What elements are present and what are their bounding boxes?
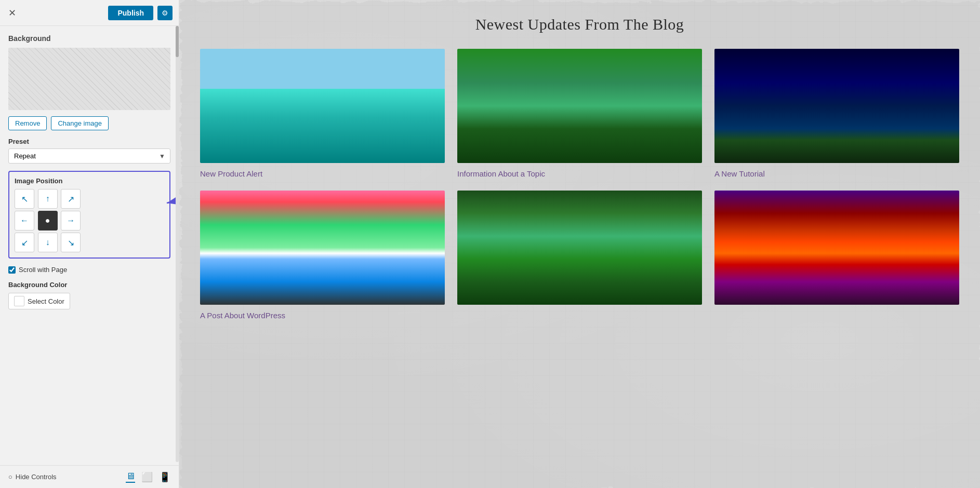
blog-card-6 [714, 191, 959, 320]
blog-link-4[interactable]: A Post About WordPress [200, 311, 445, 320]
hide-controls-button[interactable]: ○ Hide Controls [8, 473, 57, 481]
pos-top-left[interactable]: ↖ [15, 189, 34, 209]
change-image-button[interactable]: Change image [51, 116, 109, 130]
top-bar: ✕ Publish ⚙ [0, 0, 179, 26]
publish-button[interactable]: Publish [108, 6, 153, 20]
pos-middle-left[interactable]: ← [15, 211, 34, 231]
preset-label: Preset [8, 138, 170, 145]
blog-title: Newest Updates From The Blog [200, 16, 959, 33]
pos-bottom-left[interactable]: ↙ [15, 233, 34, 252]
main-content-area: Newest Updates From The Blog New Product… [179, 0, 980, 488]
blog-content: Newest Updates From The Blog New Product… [179, 0, 980, 335]
background-label: Background [8, 32, 170, 43]
scrollbar[interactable] [176, 26, 179, 462]
background-preview [8, 48, 170, 110]
left-panel: ✕ Publish ⚙ Background Remove Change ima… [0, 0, 179, 488]
scroll-with-page-label: Scroll with Page [19, 266, 67, 274]
desktop-view-button[interactable]: 🖥 [126, 471, 135, 483]
scroll-with-page-checkbox[interactable] [8, 266, 16, 274]
panel-content: Background Remove Change image Preset De… [0, 26, 179, 465]
remove-button[interactable]: Remove [8, 116, 47, 130]
select-color-label: Select Color [28, 297, 64, 305]
blog-image-3 [714, 49, 959, 163]
close-button[interactable]: ✕ [6, 5, 18, 21]
blog-card-1: New Product Alert [200, 49, 445, 178]
pos-bottom-center[interactable]: ↓ [38, 233, 58, 252]
bg-color-label: Background Color [8, 281, 170, 289]
blog-card-4: A Post About WordPress [200, 191, 445, 320]
pos-middle-right[interactable]: → [61, 211, 81, 231]
color-swatch [14, 296, 24, 306]
image-position-section: Image Position ↖ ↑ ↗ ← ● → ↙ ↓ ↘ [8, 171, 170, 259]
pos-center[interactable]: ● [38, 211, 58, 231]
blog-grid: New Product Alert Information About a To… [200, 49, 959, 320]
bottom-bar: ○ Hide Controls 🖥 ⬜ 📱 [0, 465, 179, 488]
blog-link-2[interactable]: Information About a Topic [457, 169, 702, 178]
blog-card-2: Information About a Topic [457, 49, 702, 178]
blog-image-6 [714, 191, 959, 305]
position-grid: ↖ ↑ ↗ ← ● → ↙ ↓ ↘ [15, 189, 82, 252]
tablet-view-button[interactable]: ⬜ [141, 471, 153, 483]
blog-image-5 [457, 191, 702, 305]
pos-top-right[interactable]: ↗ [61, 189, 81, 209]
blog-card-3: A New Tutorial [714, 49, 959, 178]
pos-top-center[interactable]: ↑ [38, 189, 58, 209]
select-color-button[interactable]: Select Color [8, 293, 70, 309]
scroll-thumb[interactable] [176, 26, 179, 57]
blog-link-1[interactable]: New Product Alert [200, 169, 445, 178]
blog-link-3[interactable]: A New Tutorial [714, 169, 959, 178]
hide-controls-label: Hide Controls [16, 473, 57, 481]
image-buttons-row: Remove Change image [8, 116, 170, 130]
view-mode-icons: 🖥 ⬜ 📱 [126, 471, 170, 483]
blog-image-1 [200, 49, 445, 163]
pos-bottom-right[interactable]: ↘ [61, 233, 81, 252]
circle-icon: ○ [8, 473, 12, 481]
blog-card-5 [457, 191, 702, 320]
blog-image-2 [457, 49, 702, 163]
preset-select-wrapper: Default Fill Fit Repeat Custom ▼ [8, 148, 170, 164]
image-position-label: Image Position [15, 177, 164, 185]
blog-image-4 [200, 191, 445, 305]
scroll-with-page-row: Scroll with Page [8, 266, 170, 274]
preset-select[interactable]: Default Fill Fit Repeat Custom [8, 148, 170, 164]
mobile-view-button[interactable]: 📱 [159, 471, 170, 483]
settings-button[interactable]: ⚙ [157, 6, 173, 20]
